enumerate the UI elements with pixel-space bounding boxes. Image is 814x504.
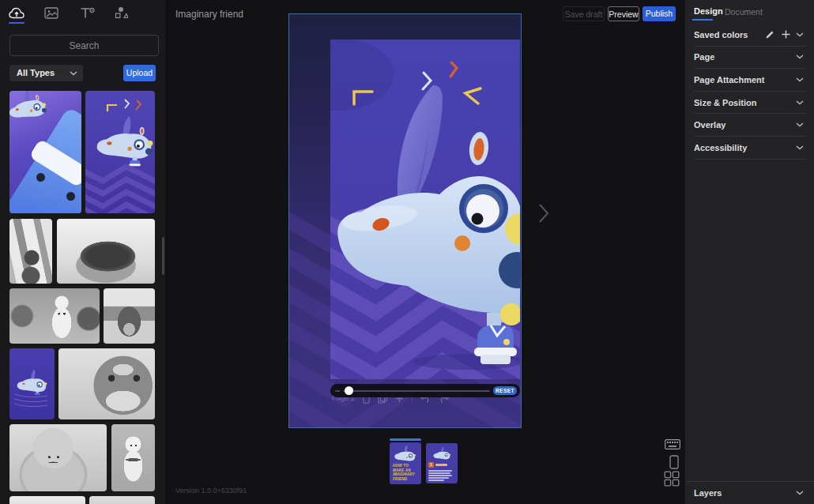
divider [694, 136, 806, 137]
version-label: Version 1.0.0+6330f91 [175, 487, 247, 495]
app-window: All Types Upload [0, 0, 814, 504]
document-title: Imaginary friend [175, 9, 243, 20]
asset-thumbnail-cat-figurine[interactable] [111, 424, 155, 491]
mobile-preview-icon[interactable] [669, 455, 679, 469]
image-adjust-toolbar: RESET [330, 384, 520, 397]
next-page-chevron-icon[interactable] [538, 203, 549, 224]
selected-page-indicator [390, 438, 421, 441]
chevron-down-icon[interactable] [796, 100, 804, 105]
asset-thumbnail-partial[interactable] [89, 496, 155, 504]
tab-document[interactable]: Document [725, 7, 763, 17]
chevron-down-icon[interactable] [796, 491, 804, 495]
thumbnail-text-line [428, 480, 444, 481]
asset-thumbnail-rhino-small[interactable] [9, 348, 55, 419]
section-layers[interactable]: Layers [694, 488, 722, 498]
page-thumbnail-2[interactable]: 1 [426, 443, 458, 483]
slider-handle[interactable] [345, 386, 353, 395]
shapes-icon[interactable] [112, 6, 130, 20]
search-input[interactable] [9, 35, 159, 56]
save-draft-button[interactable]: Save draft [563, 6, 605, 21]
active-tab-underline [692, 19, 713, 21]
chevron-down-icon [70, 71, 77, 76]
chevron-down-icon[interactable] [796, 122, 804, 127]
keyboard-shortcuts-icon[interactable] [665, 439, 680, 449]
text-options-icon[interactable] [78, 6, 96, 20]
inspector-panel: Design Document Saved colors Page Page A… [684, 0, 814, 504]
asset-panel: All Types Upload [0, 0, 167, 504]
divider [694, 46, 806, 47]
saved-colors-label: Saved colors [694, 30, 748, 39]
asset-thumbnail-figurines[interactable] [9, 288, 100, 344]
section-overlay[interactable]: Overlay [694, 120, 725, 130]
reset-button[interactable]: RESET [493, 386, 517, 395]
thumbnail-text-line [428, 477, 449, 479]
mini-rhino-illustration [9, 91, 54, 128]
page-thumbnail-1[interactable]: HOW TO MAKE AN IMAGINARY FRIEND [390, 442, 421, 484]
add-plus-icon[interactable] [781, 29, 791, 39]
thumbnail-heading-bar [435, 464, 447, 466]
thumbnail-title-text: HOW TO MAKE AN IMAGINARY FRIEND [393, 464, 415, 481]
section-accessibility[interactable]: Accessibility [694, 143, 747, 152]
divider [685, 481, 814, 482]
divider [694, 91, 806, 92]
divider [694, 159, 806, 160]
step-number-badge: 1 [428, 462, 434, 468]
asset-thumbnail-wood-monkey[interactable] [9, 219, 52, 284]
image-icon[interactable] [43, 6, 60, 20]
slider-min-icon [335, 389, 341, 393]
section-page[interactable]: Page [694, 52, 714, 62]
chevron-down-icon[interactable] [796, 145, 804, 150]
upload-button[interactable]: Upload [123, 65, 156, 81]
asset-thumbnail-partial[interactable] [9, 496, 85, 504]
divider [694, 68, 806, 69]
section-page-attachment[interactable]: Page Attachment [694, 75, 764, 85]
chevron-down-icon[interactable] [796, 77, 804, 82]
grid-view-icon[interactable] [664, 471, 680, 487]
edit-pencil-icon[interactable] [765, 30, 774, 39]
motion-lines [13, 393, 51, 410]
artboard-page[interactable]: Page 1 RESET [289, 14, 521, 427]
slider-track[interactable] [343, 390, 490, 392]
type-filter-dropdown[interactable]: All Types [9, 65, 83, 81]
asset-thumbnail-plush-blob[interactable] [9, 424, 107, 491]
chevron-down-icon[interactable] [796, 55, 804, 59]
car-wheel [66, 192, 75, 201]
asset-thumbnail-sock-monkey[interactable] [58, 348, 155, 419]
chevron-down-icon[interactable] [796, 32, 804, 37]
asset-thumbnail-dinosaur[interactable] [57, 219, 155, 284]
divider [694, 113, 806, 114]
publish-button[interactable]: Publish [643, 6, 676, 21]
preview-button[interactable]: Preview [608, 6, 639, 21]
type-filter-value: All Types [17, 68, 55, 77]
rhino-illustration [330, 39, 520, 379]
hero-image-layer[interactable] [330, 39, 520, 379]
tab-design[interactable]: Design [694, 6, 723, 16]
thumbnail-text-line [428, 470, 452, 472]
active-tab-underline [9, 22, 24, 24]
thumbnail-text-line [428, 475, 452, 476]
asset-thumbnail-car-scene[interactable] [9, 91, 81, 213]
squiggles [104, 97, 144, 115]
upload-cloud-icon[interactable] [8, 6, 25, 20]
zigzag-pattern [85, 164, 155, 213]
section-size-position[interactable]: Size & Position [694, 98, 756, 107]
mini-rhino-illustration [431, 446, 453, 462]
thumbnail-text-line [428, 472, 450, 474]
sidebar-scrollbar[interactable] [162, 237, 164, 275]
asset-thumbnail-totoro[interactable] [104, 288, 155, 344]
mini-rhino-illustration [392, 444, 419, 465]
mini-rhino-illustration [92, 113, 155, 168]
asset-thumbnail-rhino[interactable] [85, 91, 155, 213]
